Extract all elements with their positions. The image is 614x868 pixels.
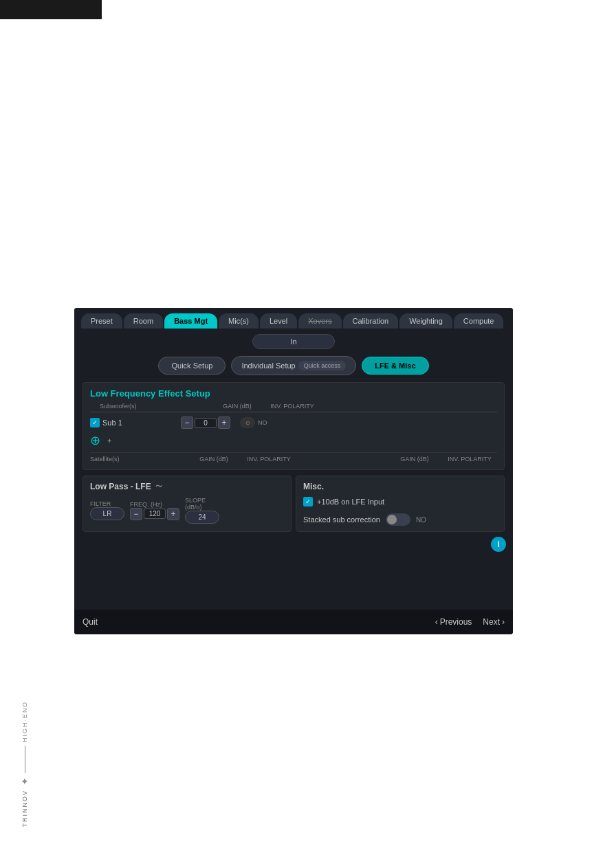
sat-inv2-col-header: INV. POLARITY bbox=[442, 456, 497, 463]
ui-panel: manualslib manualslib.com Preset Room Ba… bbox=[74, 308, 513, 634]
tab-xovers[interactable]: Xovers bbox=[298, 313, 341, 329]
filter-label-col: FILTER LR bbox=[90, 500, 124, 520]
sub1-gain-value[interactable]: 0 bbox=[195, 418, 217, 428]
freq-stepper: − 120 + bbox=[130, 508, 179, 520]
tab-weighting[interactable]: Weighting bbox=[399, 313, 452, 329]
stacked-no-label: NO bbox=[416, 516, 426, 524]
highend-label: HIGH·END bbox=[21, 701, 28, 742]
sub1-checkbox[interactable]: ✓ bbox=[90, 418, 100, 427]
satellite-col-header: Satellite(s) bbox=[90, 456, 186, 463]
trinnov-logo-icon: ✦ bbox=[21, 776, 29, 787]
satellite-header-row: Satellite(s) GAIN (dB) INV. POLARITY GAI… bbox=[90, 452, 497, 464]
inv-polarity-col-header: INV. POLARITY bbox=[265, 403, 320, 410]
bottom-nav: Quit ‹ Previous Next › bbox=[74, 610, 513, 634]
filter-select[interactable]: LR bbox=[90, 507, 124, 520]
prev-chevron-icon: ‹ bbox=[435, 617, 438, 627]
sub1-gain-increment[interactable]: + bbox=[218, 416, 230, 429]
top-bar bbox=[0, 0, 102, 19]
tab-bass-mgt[interactable]: Bass Mgt bbox=[164, 313, 217, 329]
lfe-misc-button[interactable]: LFE & Misc bbox=[362, 357, 428, 375]
sub1-inv-no-label: NO bbox=[258, 419, 267, 426]
freq-increment[interactable]: + bbox=[167, 508, 179, 520]
slope-label: SLOPE (dB/o) bbox=[185, 497, 219, 511]
tab-preset[interactable]: Preset bbox=[81, 313, 122, 329]
add-icon: ⊕ bbox=[90, 433, 100, 448]
stacked-toggle[interactable] bbox=[386, 513, 410, 526]
sub1-gain-stepper: − 0 + bbox=[181, 416, 230, 429]
stacked-toggle-knob bbox=[387, 515, 397, 524]
sub1-row: ✓ Sub 1 − 0 + ⊙ NO bbox=[90, 416, 497, 429]
low-pass-title: Low Pass - LFE 〜 bbox=[90, 482, 284, 491]
toggle-row: In bbox=[83, 334, 505, 349]
10db-label: +10dB on LFE Input bbox=[317, 498, 384, 506]
quit-button[interactable]: Quit bbox=[83, 617, 98, 627]
setup-row: Quick Setup Individual Setup Quick acces… bbox=[83, 356, 505, 375]
in-toggle-pill[interactable]: In bbox=[252, 334, 335, 349]
freq-value[interactable]: 120 bbox=[144, 509, 166, 519]
subwoofer-col-header: Subwoofer(s) bbox=[100, 403, 210, 410]
quick-access-badge: Quick access bbox=[298, 361, 347, 370]
tab-calibration[interactable]: Calibration bbox=[343, 313, 399, 329]
sub1-inv-indicator[interactable]: ⊙ bbox=[240, 417, 255, 428]
lfe-section-title: Low Frequency Effect Setup bbox=[90, 388, 497, 399]
slope-label-col: SLOPE (dB/o) 24 bbox=[185, 497, 219, 524]
bottom-panels: Low Pass - LFE 〜 FILTER LR FREQ. (Hz) − … bbox=[83, 476, 505, 532]
gain-col-header: GAIN (dB) bbox=[210, 403, 265, 410]
wave-icon: 〜 bbox=[155, 482, 162, 491]
lfe-section: Low Frequency Effect Setup Subwoofer(s) … bbox=[83, 382, 505, 470]
filter-label: FILTER bbox=[90, 500, 124, 507]
previous-button[interactable]: ‹ Previous bbox=[435, 617, 472, 627]
quick-setup-button[interactable]: Quick Setup bbox=[158, 357, 226, 375]
content-area: In Quick Setup Individual Setup Quick ac… bbox=[74, 329, 513, 537]
tab-level[interactable]: Level bbox=[260, 313, 297, 329]
sat-gain2-col-header: GAIN (dB) bbox=[387, 456, 442, 463]
slope-select[interactable]: 24 bbox=[185, 511, 219, 524]
freq-decrement[interactable]: − bbox=[130, 508, 142, 520]
individual-setup-button[interactable]: Individual Setup Quick access bbox=[231, 356, 356, 375]
brand-divider bbox=[25, 746, 25, 773]
misc-panel: Misc. ✓ +10dB on LFE Input Stacked sub c… bbox=[296, 476, 505, 532]
sat-inv-col-header: INV. POLARITY bbox=[241, 456, 296, 463]
subwoofer-header-row: Subwoofer(s) GAIN (dB) INV. POLARITY bbox=[90, 403, 497, 412]
misc-title: Misc. bbox=[303, 482, 497, 491]
tab-mics[interactable]: Mic(s) bbox=[219, 313, 259, 329]
sub1-inv-polarity: ⊙ NO bbox=[240, 417, 267, 428]
brand-section: HIGH·END ✦ TRINNOV bbox=[21, 701, 29, 827]
trinnov-label: TRINNOV bbox=[21, 790, 28, 827]
tab-bar: Preset Room Bass Mgt Mic(s) Level Xovers… bbox=[74, 308, 513, 329]
sat-gain-col-header: GAIN (dB) bbox=[186, 456, 241, 463]
freq-label-col: FREQ. (Hz) − 120 + bbox=[130, 501, 179, 520]
sub1-gain-decrement[interactable]: − bbox=[181, 416, 193, 429]
next-chevron-icon: › bbox=[502, 617, 505, 627]
10db-checkbox[interactable]: ✓ bbox=[303, 497, 313, 507]
stacked-sub-row: Stacked sub correction NO bbox=[303, 513, 497, 526]
tab-compute[interactable]: Compute bbox=[454, 313, 504, 329]
filter-row: FILTER LR FREQ. (Hz) − 120 + SLOPE (dB/o… bbox=[90, 497, 284, 524]
tab-room[interactable]: Room bbox=[124, 313, 163, 329]
low-pass-panel: Low Pass - LFE 〜 FILTER LR FREQ. (Hz) − … bbox=[83, 476, 292, 532]
sub1-label: Sub 1 bbox=[102, 419, 178, 427]
cursor-indicator: + bbox=[107, 436, 111, 445]
add-subwoofer-row[interactable]: ⊕ + bbox=[90, 432, 497, 449]
next-button[interactable]: Next › bbox=[483, 617, 505, 627]
10db-checkbox-row: ✓ +10dB on LFE Input bbox=[303, 497, 497, 507]
info-button[interactable]: i bbox=[491, 537, 506, 552]
stacked-sub-label: Stacked sub correction bbox=[303, 515, 380, 524]
freq-label: FREQ. (Hz) bbox=[130, 501, 179, 508]
